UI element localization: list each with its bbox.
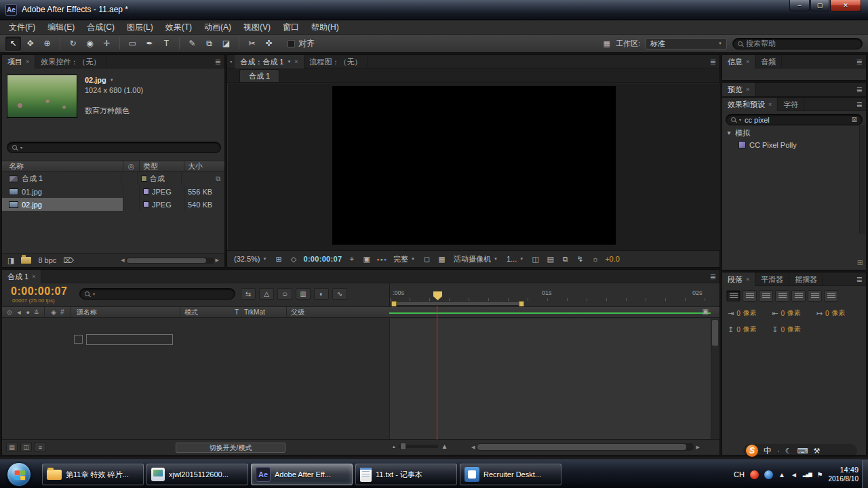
ime-chinese-mode[interactable]: 中	[764, 445, 772, 457]
tab-effect-controls[interactable]: 效果控件：（无）	[35, 55, 106, 68]
indent-value[interactable]: 0	[781, 326, 785, 333]
reset-exposure-button[interactable]: ☼	[590, 253, 600, 264]
region-of-interest-button[interactable]: ◻	[422, 253, 432, 264]
brush-tool[interactable]: ✎	[184, 37, 200, 51]
menu-window[interactable]: 窗口	[277, 20, 305, 35]
interpret-footage-button[interactable]: ◨	[7, 256, 14, 265]
scrollbar-thumb[interactable]	[477, 444, 686, 450]
column-label-icon[interactable]: ◎	[123, 161, 139, 171]
chevron-down-icon[interactable]: ▼	[287, 60, 291, 64]
timeline-search-input[interactable]	[98, 290, 230, 298]
action-center-icon[interactable]: ⚑	[817, 471, 823, 479]
project-search-input[interactable]	[26, 144, 216, 152]
indent-value[interactable]: 0	[825, 310, 829, 317]
chevron-down-icon[interactable]: ▼	[110, 75, 114, 85]
menu-help[interactable]: 帮助(H)	[305, 20, 345, 35]
maximize-button[interactable]: ▢	[810, 0, 829, 12]
column-preserve-transparency[interactable]: T	[229, 308, 244, 316]
clear-search-icon[interactable]: ⊠	[852, 116, 857, 123]
view-layout-dropdown[interactable]: 1... ▼	[505, 253, 526, 265]
column-size[interactable]: 大小	[184, 161, 219, 171]
minimize-button[interactable]: –	[789, 0, 810, 12]
menu-effect[interactable]: 效果(T)	[159, 20, 198, 35]
column-trkmat[interactable]: TrkMat	[244, 308, 286, 316]
zoom-out-icon[interactable]: ▴	[393, 444, 395, 449]
timeline-button[interactable]: ▤	[545, 253, 555, 264]
sogou-logo-icon[interactable]: S	[746, 445, 758, 457]
first-line-indent-field[interactable]: ↦ 0 像素	[816, 308, 861, 318]
work-area-bar[interactable]	[391, 301, 524, 306]
hidden-icons-arrow[interactable]: ▲	[778, 471, 785, 479]
tab-timeline-comp1[interactable]: 合成 1 ×	[2, 270, 41, 283]
snapshot-button[interactable]: ⌖	[347, 253, 357, 264]
resolution-dropdown[interactable]: 完整 ▼	[391, 253, 417, 265]
tab-project[interactable]: 项目 ×	[2, 55, 35, 68]
layer-number-icon[interactable]: #	[60, 308, 64, 316]
scrollbar-thumb[interactable]	[127, 258, 206, 263]
lock-icon[interactable]: ≙	[34, 309, 39, 316]
project-thumbnail[interactable]	[7, 75, 77, 118]
tab-character[interactable]: 字符	[778, 98, 804, 111]
sogou-tray-icon[interactable]	[750, 470, 759, 479]
expand-layer-switches-button[interactable]: ▤	[6, 442, 18, 452]
eraser-tool[interactable]: ◪	[218, 37, 234, 51]
expand-transfer-controls-button[interactable]: ◫	[20, 442, 32, 452]
soft-keyboard-icon[interactable]: ⌨	[797, 447, 808, 455]
menu-composition[interactable]: 合成(C)	[81, 20, 121, 35]
selection-tool[interactable]: ↖	[5, 37, 21, 51]
empty-text-field[interactable]	[86, 334, 173, 345]
tab-flowchart[interactable]: 流程图：（无）	[304, 55, 368, 68]
draft-3d-button[interactable]: △	[259, 288, 274, 300]
panel-menu-icon[interactable]: ≣	[215, 58, 221, 66]
menu-file[interactable]: 文件(F)	[3, 20, 41, 35]
preview-timecode[interactable]: 0:00:00:07	[303, 255, 342, 263]
effects-search-field[interactable]: ▾ ⊠	[726, 114, 863, 125]
taskbar-item-recruiter[interactable]: Recruiter Deskt...	[460, 464, 561, 485]
rotation-tool[interactable]: ↻	[65, 37, 81, 51]
tab-composition[interactable]: 合成：合成 1 ▼ ×	[235, 55, 304, 68]
zoom-in-icon[interactable]: ▲	[441, 443, 448, 450]
workspace-dropdown[interactable]: 标准 ▼	[646, 38, 727, 49]
tab-info[interactable]: 信息 ×	[722, 55, 755, 68]
zoom-slider-thumb[interactable]	[400, 443, 406, 450]
panel-menu-icon[interactable]: ≣	[710, 272, 716, 281]
indent-right-field[interactable]: ⇤ 0 像素	[772, 308, 816, 318]
taskbar-item-image-viewer[interactable]: xjwl2015112600...	[146, 464, 248, 485]
menu-animation[interactable]: 动画(A)	[198, 20, 237, 35]
show-snapshot-button[interactable]: ▣	[361, 253, 372, 264]
taskbar-item-folder[interactable]: 第11章 特效 碎片...	[42, 464, 144, 485]
space-before-field[interactable]: ↥ 0 像素	[728, 325, 772, 334]
menu-view[interactable]: 视图(V)	[237, 20, 277, 35]
close-icon[interactable]: ×	[746, 276, 749, 283]
justify-all-button[interactable]	[824, 290, 838, 302]
taskbar-item-notepad[interactable]: 11.txt - 记事本	[355, 464, 457, 485]
effects-folder-simulation[interactable]: ▼ 模拟	[722, 127, 866, 139]
language-indicator[interactable]: CH	[734, 470, 745, 479]
mini-flowchart-button[interactable]: ⇆	[241, 288, 256, 300]
close-icon[interactable]: ×	[26, 58, 29, 65]
fast-preview-button[interactable]: ↯	[575, 253, 585, 264]
align-center-button[interactable]	[743, 290, 757, 302]
close-icon[interactable]: ×	[32, 273, 35, 280]
scrollbar-thumb[interactable]	[712, 320, 718, 346]
panel-menu-icon[interactable]: ≣	[710, 58, 716, 66]
align-right-button[interactable]	[759, 290, 773, 302]
eye-icon[interactable]: ⊙	[7, 309, 12, 316]
taskbar-item-after-effects[interactable]: Ae Adobe After Eff...	[251, 464, 353, 485]
channels-button[interactable]: ● ● ●	[376, 257, 387, 262]
current-time-display[interactable]: 0:00:00:07	[11, 285, 67, 298]
panel-menu-icon[interactable]: ≣	[856, 58, 863, 66]
graph-editor-button[interactable]: ∿	[332, 288, 347, 300]
pixel-aspect-button[interactable]: ◫	[530, 253, 540, 264]
tab-effects-presets[interactable]: 效果和预设 ×	[722, 98, 778, 111]
twirl-icon[interactable]: ▼	[726, 130, 732, 136]
label-swatch[interactable]	[141, 176, 147, 182]
delete-item-button[interactable]: ⌦	[63, 256, 74, 265]
column-name[interactable]: 名称	[2, 161, 123, 171]
indent-value[interactable]: 0	[781, 310, 785, 317]
project-search-field[interactable]: ▾	[7, 142, 221, 153]
tab-paragraph[interactable]: 段落 ×	[722, 272, 755, 286]
scrollbar-track[interactable]	[126, 258, 214, 264]
new-folder-button[interactable]	[21, 257, 31, 264]
zoom-slider-track[interactable]	[399, 445, 438, 448]
